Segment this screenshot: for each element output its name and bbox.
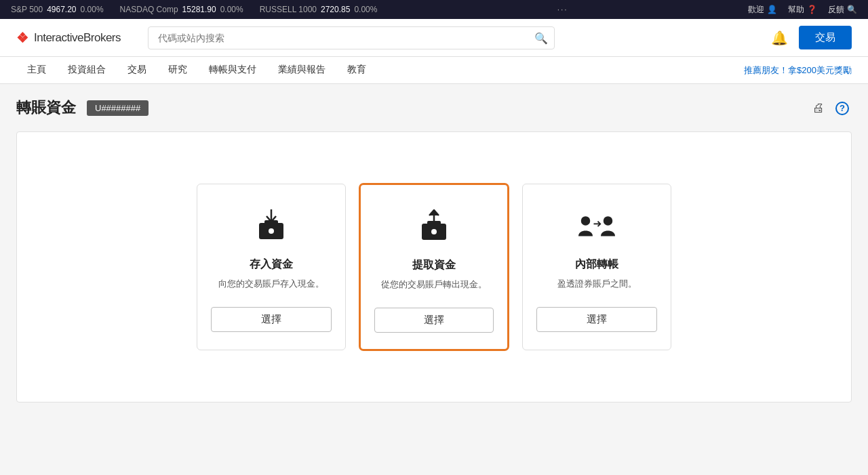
card-area: 存入資金 向您的交易賬戶存入現金。 選擇 提取 [16, 131, 852, 402]
page-content: 轉賬資金 U######## 🖨 ? [0, 84, 868, 416]
page-header: 轉賬資金 U######## 🖨 ? [16, 98, 852, 118]
ticker-russell-change: 0.00% [354, 5, 377, 14]
internal-transfer-select-button[interactable]: 選擇 [536, 307, 657, 332]
page-header-actions: 🖨 ? [810, 98, 852, 118]
options-container: 存入資金 向您的交易賬戶存入現金。 選擇 提取 [197, 184, 671, 350]
ticker-right-section: 歡迎 👤 幫助 ❓ 反饋 🔍 [748, 4, 857, 16]
nav-item-trade[interactable]: 交易 [117, 57, 157, 84]
help-question-icon: ❓ [807, 5, 817, 14]
welcome-section: 歡迎 👤 [748, 4, 777, 16]
logo[interactable]: ❖ InteractiveBrokers [16, 30, 121, 46]
internal-transfer-icon [573, 206, 620, 247]
ticker-nasdaq-value: 15281.90 [182, 5, 216, 14]
ticker-russell-label: RUSSELL 1000 [260, 5, 317, 14]
withdraw-title: 提取資金 [412, 258, 456, 272]
help-circle-button[interactable]: ? [833, 98, 852, 118]
search-button[interactable]: 🔍 [534, 31, 548, 44]
trade-button[interactable]: 交易 [799, 26, 852, 49]
ticker-sp500: S&P 500 4967.20 0.00% [11, 5, 104, 14]
svg-point-9 [604, 216, 613, 226]
search-bar-container: 🔍 [148, 26, 555, 49]
help-label: 幫助 [788, 4, 804, 16]
bell-icon: 🔔 [771, 30, 788, 45]
search-input[interactable] [148, 26, 555, 49]
nav-item-transfer[interactable]: 轉帳與支付 [198, 57, 267, 84]
welcome-prefix: 歡迎 [748, 4, 764, 16]
account-badge: U######## [87, 100, 149, 116]
user-avatar-icon: 👤 [767, 5, 777, 14]
logo-text: InteractiveBrokers [34, 31, 121, 45]
ticker-russell-value: 2720.85 [321, 5, 350, 14]
svg-point-3 [269, 228, 274, 234]
notification-bell-button[interactable]: 🔔 [768, 27, 791, 49]
ticker-nasdaq-label: NASDAQ Comp [120, 5, 178, 14]
logo-bold: Interactive [34, 31, 83, 44]
withdraw-option-card[interactable]: 提取資金 從您的交易賬戶轉出現金。 選擇 [359, 184, 509, 350]
logo-icon: ❖ [16, 30, 28, 46]
header: ❖ InteractiveBrokers 🔍 🔔 交易 [0, 19, 868, 57]
ticker-sp500-label: S&P 500 [11, 5, 43, 14]
deposit-option-card[interactable]: 存入資金 向您的交易賬戶存入現金。 選擇 [197, 184, 346, 350]
nav-item-research[interactable]: 研究 [157, 57, 198, 84]
svg-point-7 [431, 229, 437, 234]
nav-item-education[interactable]: 教育 [336, 57, 377, 84]
nav-promo[interactable]: 推薦朋友！拿$200美元獎勵 [744, 64, 852, 77]
ticker-sp500-change: 0.00% [81, 5, 104, 14]
nav-item-reports[interactable]: 業績與報告 [267, 57, 336, 84]
withdraw-icon [410, 207, 458, 247]
ticker-more-dots[interactable]: ··· [557, 5, 568, 14]
withdraw-select-button[interactable]: 選擇 [374, 308, 494, 333]
deposit-icon [248, 206, 295, 247]
ticker-nasdaq-change: 0.00% [220, 5, 243, 14]
internal-transfer-option-card[interactable]: 內部轉帳 盈透證券賬戶之間。 選擇 [522, 184, 671, 350]
deposit-select-button[interactable]: 選擇 [211, 307, 332, 332]
page-title: 轉賬資金 [16, 98, 76, 118]
ticker-nasdaq: NASDAQ Comp 15281.90 0.00% [120, 5, 243, 14]
deposit-desc: 向您的交易賬戶存入現金。 [218, 277, 324, 291]
svg-rect-6 [427, 221, 441, 226]
feedback-button[interactable]: 反饋 🔍 [828, 4, 857, 16]
nav-item-portfolio[interactable]: 投資組合 [57, 57, 117, 84]
svg-point-8 [581, 216, 591, 226]
withdraw-desc: 從您的交易賬戶轉出現金。 [381, 278, 487, 291]
ticker-russell: RUSSELL 1000 2720.85 0.00% [260, 5, 378, 14]
feedback-label: 反饋 [828, 4, 844, 16]
internal-transfer-title: 內部轉帳 [575, 257, 618, 272]
nav-item-home[interactable]: 主頁 [16, 57, 57, 84]
svg-rect-2 [264, 220, 278, 226]
ticker-bar: S&P 500 4967.20 0.00% NASDAQ Comp 15281.… [0, 0, 868, 19]
help-circle-icon: ? [835, 102, 849, 115]
internal-transfer-desc: 盈透證券賬戶之間。 [557, 277, 637, 291]
search-icon: 🔍 [534, 32, 548, 43]
ticker-sp500-value: 4967.20 [47, 5, 76, 14]
header-right: 🔔 交易 [768, 26, 852, 49]
print-button[interactable]: 🖨 [810, 98, 827, 118]
help-button[interactable]: 幫助 ❓ [788, 4, 817, 16]
navbar: 主頁 投資組合 交易 研究 轉帳與支付 業績與報告 教育 推薦朋友！拿$200美… [0, 57, 868, 84]
deposit-title: 存入資金 [250, 257, 293, 272]
feedback-icon: 🔍 [847, 5, 857, 14]
print-icon: 🖨 [812, 101, 825, 115]
logo-light: Brokers [83, 31, 121, 44]
